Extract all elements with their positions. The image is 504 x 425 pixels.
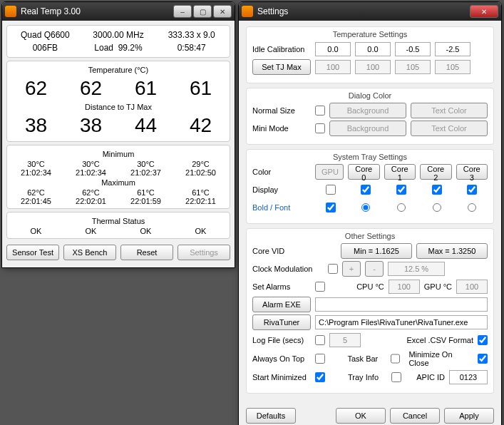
tjmax-2: [395, 60, 431, 74]
display-core3-checkbox[interactable]: [467, 185, 477, 195]
min-time3: 21:02:50: [173, 168, 228, 177]
cpuid: 006FB: [9, 43, 82, 53]
display-core0-checkbox[interactable]: [361, 185, 371, 195]
rivatuner-button[interactable]: RivaTuner: [252, 314, 311, 330]
tray-display-label: Display: [252, 185, 311, 194]
csv-label: Excel .CSV Format: [406, 336, 473, 344]
max-t3: 61°C: [173, 188, 228, 197]
core1-button[interactable]: Core 1: [384, 164, 416, 180]
thermal1: OK: [63, 227, 118, 235]
font-radio-2[interactable]: [433, 203, 441, 212]
thermal3: OK: [173, 227, 228, 235]
min-label: Minimum: [9, 148, 228, 160]
min-time2: 21:02:37: [118, 168, 173, 177]
defaults-button[interactable]: Defaults: [246, 408, 296, 424]
min-t0: 30°C: [9, 160, 63, 168]
alarms-checkbox[interactable]: [315, 282, 325, 292]
alarm-exe-path: [315, 297, 488, 312]
clockmod-checkbox[interactable]: [328, 264, 338, 274]
csv-checkbox[interactable]: [478, 335, 488, 345]
mini-mode-checkbox[interactable]: [315, 123, 325, 133]
dist-core0: 38: [9, 114, 63, 137]
tjmax-0: [315, 60, 351, 74]
startmin-label: Start Minimized: [252, 373, 311, 382]
vid-max-button[interactable]: Max = 1.3250: [416, 243, 488, 259]
core0-button[interactable]: Core 0: [348, 164, 380, 180]
minimize-button[interactable]: –: [173, 5, 192, 18]
mini-bg-button: Background: [329, 121, 406, 136]
thermal0: OK: [9, 227, 63, 235]
startmin-checkbox[interactable]: [315, 372, 325, 382]
font-radio-1[interactable]: [397, 203, 406, 212]
bold-font-link[interactable]: Bold / Font: [252, 203, 311, 212]
idle-cal-2[interactable]: [395, 42, 431, 56]
display-core1-checkbox[interactable]: [396, 185, 406, 195]
temp-core2: 61: [118, 77, 173, 100]
app-icon: [5, 6, 16, 17]
cpu-deg-label: CPU °C: [356, 282, 384, 291]
display-gpu-checkbox[interactable]: [326, 185, 336, 195]
log-secs-input: [329, 333, 361, 347]
idle-cal-3[interactable]: [435, 42, 470, 56]
temp-label: Temperature (°C): [9, 64, 228, 76]
settings-icon: [242, 6, 253, 17]
dist-core3: 42: [173, 114, 228, 137]
aot-checkbox[interactable]: [315, 354, 325, 364]
idle-cal-label: Idle Calibration: [252, 45, 311, 53]
tray-title: System Tray Settings: [252, 153, 488, 161]
alarm-exe-button[interactable]: Alarm EXE: [252, 297, 311, 312]
settings-button: Settings: [178, 245, 230, 260]
display-core2-checkbox[interactable]: [432, 185, 442, 195]
core2-button[interactable]: Core 2: [420, 164, 452, 180]
cpu-alarm-input: [389, 280, 420, 294]
main-titlebar[interactable]: Real Temp 3.00 – ▢ ✕: [2, 2, 235, 21]
settings-titlebar[interactable]: Settings ✕: [239, 2, 501, 21]
maximize-button[interactable]: ▢: [193, 5, 212, 18]
settings-title: Settings: [257, 6, 468, 16]
set-tjmax-button[interactable]: Set TJ Max: [252, 59, 311, 75]
cpu-ratio: 333.33 x 9.0: [155, 30, 228, 40]
close-button[interactable]: ✕: [470, 5, 498, 18]
log-checkbox[interactable]: [315, 335, 325, 345]
main-title: Real Temp 3.00: [21, 6, 172, 16]
temp-settings-title: Temperature Settings: [252, 30, 488, 39]
taskbar-checkbox[interactable]: [391, 354, 401, 364]
ok-button[interactable]: OK: [336, 408, 386, 424]
vid-min-button[interactable]: Min = 1.1625: [341, 243, 412, 259]
max-label: Maximum: [9, 177, 228, 188]
reset-button[interactable]: Reset: [120, 245, 173, 260]
cancel-button[interactable]: Cancel: [390, 408, 440, 424]
max-time2: 22:01:59: [118, 197, 173, 205]
tjmax-3: [435, 60, 470, 74]
dist-core2: 44: [118, 114, 173, 137]
normal-size-checkbox[interactable]: [315, 106, 325, 116]
idle-cal-1[interactable]: [355, 42, 391, 56]
max-time3: 22:02:11: [173, 197, 228, 205]
trayinfo-checkbox[interactable]: [391, 372, 401, 382]
clockmod-value: [388, 262, 445, 276]
font-radio-3[interactable]: [468, 203, 476, 212]
min-time0: 21:02:34: [9, 168, 63, 177]
gpu-deg-label: GPU °C: [424, 282, 452, 291]
dialog-color-title: Dialog Color: [252, 91, 488, 100]
apply-button[interactable]: Apply: [444, 408, 494, 424]
clockmod-minus-button: -: [365, 261, 384, 277]
max-t2: 61°C: [118, 188, 173, 197]
normal-size-label: Normal Size: [252, 106, 311, 115]
bold-checkbox[interactable]: [326, 203, 336, 212]
max-time1: 22:02:01: [63, 197, 118, 205]
log-label: Log File (secs): [252, 336, 311, 344]
cpu-clock: 3000.00 MHz: [82, 30, 155, 40]
gpu-alarm-input: [456, 280, 488, 294]
rivatuner-path[interactable]: [315, 315, 488, 329]
font-radio-0[interactable]: [361, 203, 370, 212]
close-button[interactable]: ✕: [213, 5, 232, 18]
normal-bg-button: Background: [329, 103, 406, 118]
idle-cal-0[interactable]: [315, 42, 351, 56]
xs-bench-button[interactable]: XS Bench: [63, 245, 116, 260]
minclose-checkbox[interactable]: [478, 354, 488, 364]
core3-button[interactable]: Core 3: [456, 164, 488, 180]
apic-input[interactable]: [449, 370, 488, 384]
sensor-test-button[interactable]: Sensor Test: [6, 245, 59, 260]
load: Load 99.2%: [82, 43, 155, 53]
